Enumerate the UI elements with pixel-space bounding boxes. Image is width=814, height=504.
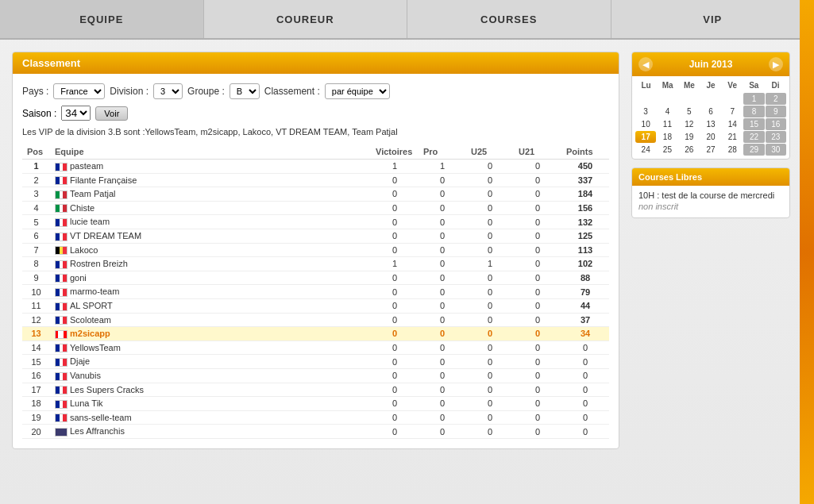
calendar-header: ◀ Juin 2013 ▶ (632, 52, 789, 76)
cal-day[interactable]: 21 (722, 131, 743, 143)
pays-select[interactable]: France (53, 83, 105, 99)
cell-points: 184 (561, 187, 609, 202)
cal-day[interactable]: 25 (657, 144, 677, 156)
table-row: 6 VT DREAM TEAM 0 0 0 0 125 (22, 229, 609, 243)
cell-victoires: 0 (371, 271, 419, 285)
cal-day[interactable]: 10 (635, 118, 656, 130)
cal-day[interactable]: 1 (743, 93, 764, 105)
cal-day[interactable]: 5 (679, 106, 700, 117)
table-row: 4 Chiste 0 0 0 0 156 (22, 201, 609, 215)
cell-points: 0 (561, 397, 609, 411)
calendar-next-button[interactable]: ▶ (769, 57, 783, 71)
cell-u25: 0 (466, 187, 514, 202)
calendar-title: Juin 2013 (689, 59, 733, 70)
cal-day-empty (657, 93, 677, 105)
cal-day[interactable]: 2 (766, 93, 786, 105)
cal-day[interactable]: 23 (766, 131, 786, 143)
cell-victoires: 0 (371, 313, 419, 327)
flag-icon (55, 330, 68, 339)
cell-equipe: lucie team (50, 215, 371, 229)
classement-title: Classement (13, 52, 619, 74)
cell-equipe: Les Supers Cracks (50, 383, 371, 397)
cal-day[interactable]: 24 (635, 144, 656, 156)
cal-day[interactable]: 22 (743, 131, 764, 143)
cal-day[interactable]: 9 (766, 106, 786, 117)
cal-day[interactable]: 26 (679, 144, 700, 156)
cell-pro: 0 (419, 355, 466, 369)
cell-u25: 0 (466, 313, 514, 327)
cal-header-ve: Ve (722, 79, 743, 91)
table-row: 10 marmo-team 0 0 0 0 79 (22, 285, 609, 299)
cal-day[interactable]: 19 (679, 131, 700, 143)
cell-pro: 0 (419, 243, 466, 257)
cal-day[interactable]: 18 (657, 131, 677, 143)
cal-day[interactable]: 27 (700, 144, 721, 156)
division-select[interactable]: 3 (153, 83, 183, 99)
cal-day[interactable]: 29 (743, 144, 764, 156)
tab-coureur[interactable]: COUREUR (204, 0, 408, 38)
cell-equipe: YellowsTeam (50, 340, 371, 355)
flag-icon (55, 218, 68, 227)
cell-equipe: m2sicapp (50, 327, 371, 341)
cal-day[interactable]: 14 (722, 118, 743, 130)
header-pro: Pro (419, 144, 466, 160)
cal-day[interactable]: 13 (700, 118, 721, 130)
cal-day[interactable]: 6 (700, 106, 721, 117)
cal-day[interactable]: 7 (722, 106, 743, 117)
cal-day[interactable]: 28 (722, 144, 743, 156)
calendar-prev-button[interactable]: ◀ (638, 57, 653, 71)
cal-day[interactable]: 20 (700, 131, 721, 143)
cell-u25: 0 (466, 327, 514, 341)
cell-pos: 6 (22, 229, 50, 243)
cell-victoires: 1 (371, 160, 419, 174)
table-row: 13 m2sicapp 0 0 0 0 34 (22, 327, 609, 341)
cell-equipe: Lakoco (50, 243, 371, 257)
tab-courses[interactable]: COURSES (407, 0, 611, 38)
cell-u21: 0 (514, 173, 561, 187)
table-row: 7 Lakoco 0 0 0 0 113 (22, 243, 609, 257)
cell-equipe: AL SPORT (50, 298, 371, 313)
cell-victoires: 0 (371, 340, 419, 355)
course-item-0: 10H : test de la course de mercredi (638, 190, 783, 200)
cal-day[interactable]: 12 (679, 118, 700, 130)
cal-day[interactable]: 17 (635, 131, 656, 143)
cell-u21: 0 (514, 271, 561, 285)
cell-points: 0 (561, 340, 609, 355)
cal-day-empty (635, 93, 656, 105)
cal-day[interactable]: 8 (743, 106, 764, 117)
cell-points: 37 (561, 313, 609, 327)
voir-button[interactable]: Voir (95, 106, 128, 121)
cell-pos: 7 (22, 243, 50, 257)
cell-pro: 0 (419, 425, 466, 439)
cell-pos: 4 (22, 201, 50, 215)
groupe-select[interactable]: B (230, 83, 260, 99)
cal-day[interactable]: 3 (635, 106, 656, 117)
cell-u25: 0 (466, 173, 514, 187)
classement-select[interactable]: par équipe (325, 83, 390, 99)
saison-select[interactable]: 34 (61, 106, 91, 121)
calendar-grid: Lu Ma Me Je Ve Sa Di 1234567891011121314… (632, 76, 789, 159)
flag-icon (55, 414, 68, 422)
cal-day[interactable]: 15 (743, 118, 764, 130)
cell-equipe: sans-selle-team (50, 410, 371, 425)
tab-equipe[interactable]: EQUIPE (0, 0, 204, 38)
cell-pos: 17 (22, 383, 50, 397)
flag-icon (55, 386, 68, 394)
cal-day[interactable]: 4 (657, 106, 677, 117)
cell-u21: 0 (514, 368, 561, 383)
cal-day[interactable]: 11 (657, 118, 677, 130)
filters-row: Pays : France Division : 3 Groupe : B Cl… (22, 83, 609, 99)
cal-day[interactable]: 16 (766, 118, 786, 130)
cell-u21: 0 (514, 313, 561, 327)
cal-day[interactable]: 30 (766, 144, 786, 156)
cell-u21: 0 (514, 340, 561, 355)
cell-u25: 0 (466, 340, 514, 355)
cell-victoires: 0 (371, 173, 419, 187)
table-row: 16 Vanubis 0 0 0 0 0 (22, 368, 609, 383)
cell-pos: 9 (22, 271, 50, 285)
cell-u21: 0 (514, 410, 561, 425)
cell-victoires: 0 (371, 355, 419, 369)
classement-label: Classement : (264, 86, 320, 97)
cell-equipe: Djaje (50, 355, 371, 369)
tab-vip[interactable]: VIP (611, 0, 815, 38)
